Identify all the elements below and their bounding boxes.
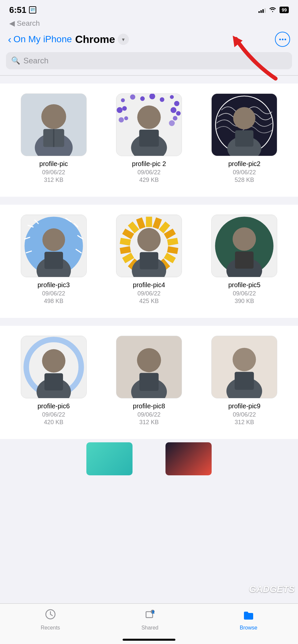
list-item[interactable]: profile-pic9 09/06/22 312 KB bbox=[197, 330, 292, 435]
preview-thumbnail-2 bbox=[165, 442, 212, 475]
svg-rect-74 bbox=[45, 373, 63, 390]
tab-browse[interactable]: Browse bbox=[240, 608, 257, 631]
watermark: GADGETS bbox=[249, 584, 295, 594]
svg-point-13 bbox=[174, 101, 179, 106]
wifi-icon bbox=[269, 6, 276, 14]
dot-icon bbox=[284, 39, 286, 40]
header: ‹ On My iPhone Chrome ▾ bbox=[0, 29, 298, 51]
svg-point-27 bbox=[233, 107, 255, 129]
id-icon: 🪪 bbox=[29, 6, 36, 14]
file-date: 09/06/22 bbox=[233, 411, 256, 418]
list-item[interactable]: profile-pic6 09/06/22 420 KB bbox=[6, 330, 101, 435]
list-item[interactable]: profile-pic2 09/06/22 528 KB bbox=[197, 87, 292, 193]
svg-point-19 bbox=[124, 116, 128, 120]
file-grid-row2: profile-pic3 09/06/22 498 KB bbox=[0, 205, 298, 318]
file-size: 429 KB bbox=[139, 177, 159, 184]
header-left: ‹ On My iPhone Chrome ▾ bbox=[8, 33, 129, 46]
home-indicator bbox=[123, 639, 175, 641]
svg-point-72 bbox=[42, 349, 65, 373]
search-placeholder: Search bbox=[23, 56, 48, 65]
list-item[interactable]: profile-pic8 09/06/22 312 KB bbox=[101, 330, 196, 435]
status-bar: 6:51 🪪 99 bbox=[0, 0, 298, 18]
file-date: 09/06/22 bbox=[42, 411, 65, 418]
file-thumbnail bbox=[211, 93, 277, 156]
file-date: 09/06/22 bbox=[137, 169, 161, 176]
svg-point-17 bbox=[176, 111, 181, 116]
file-name: profile-pic6 bbox=[38, 402, 70, 410]
svg-point-12 bbox=[170, 95, 174, 99]
svg-line-48 bbox=[167, 241, 178, 243]
signal-icon bbox=[258, 7, 266, 13]
svg-point-67 bbox=[233, 227, 256, 251]
svg-line-49 bbox=[167, 249, 178, 251]
svg-rect-82 bbox=[235, 372, 254, 390]
parent-label[interactable]: On My iPhone bbox=[14, 34, 72, 45]
status-indicators: 99 bbox=[258, 6, 289, 14]
back-search-label: ◀ Search bbox=[9, 19, 40, 28]
tab-recents[interactable]: Recents bbox=[41, 608, 60, 631]
file-grid: profile-pic 09/06/22 312 KB bbox=[0, 84, 298, 197]
file-size: 312 KB bbox=[235, 419, 254, 426]
file-thumbnail bbox=[211, 336, 277, 398]
svg-point-2 bbox=[41, 104, 66, 129]
svg-rect-42 bbox=[45, 252, 63, 269]
svg-line-57 bbox=[120, 249, 131, 251]
list-item[interactable]: profile-pic3 09/06/22 498 KB bbox=[6, 209, 101, 314]
nav-back-row: ◀ Search bbox=[0, 18, 298, 29]
file-thumbnail bbox=[116, 215, 182, 277]
svg-point-15 bbox=[122, 106, 127, 111]
search-bar[interactable]: 🔍 Search bbox=[6, 52, 292, 69]
file-date: 09/06/22 bbox=[42, 169, 65, 176]
list-item[interactable]: profile-pic 09/06/22 312 KB bbox=[6, 87, 101, 193]
svg-point-40 bbox=[42, 228, 65, 251]
more-options-button[interactable] bbox=[275, 32, 290, 47]
file-grid-row3: profile-pic6 09/06/22 420 KB profile-pic… bbox=[0, 326, 298, 439]
svg-point-9 bbox=[140, 96, 145, 101]
svg-point-22 bbox=[137, 106, 161, 129]
svg-rect-78 bbox=[139, 373, 159, 391]
file-date: 09/06/22 bbox=[233, 290, 256, 297]
file-name: profile-pic4 bbox=[133, 281, 165, 289]
file-date: 09/06/22 bbox=[137, 290, 161, 297]
file-name: profile-pic8 bbox=[133, 402, 165, 410]
file-size: 420 KB bbox=[44, 419, 63, 426]
file-date: 09/06/22 bbox=[233, 169, 256, 176]
svg-point-10 bbox=[149, 93, 155, 99]
chevron-down-icon: ▾ bbox=[122, 36, 125, 43]
back-button[interactable]: ‹ bbox=[8, 33, 12, 46]
file-thumbnail bbox=[116, 336, 182, 398]
svg-point-76 bbox=[137, 348, 161, 372]
recents-icon bbox=[45, 608, 56, 623]
file-size: 312 KB bbox=[139, 419, 159, 426]
svg-line-45 bbox=[156, 219, 159, 228]
file-size: 390 KB bbox=[235, 298, 254, 305]
svg-point-8 bbox=[130, 94, 135, 100]
row-separator bbox=[0, 197, 298, 205]
svg-rect-69 bbox=[235, 252, 253, 269]
chevron-dropdown-button[interactable]: ▾ bbox=[118, 34, 129, 45]
status-time: 6:51 🪪 bbox=[9, 5, 36, 15]
list-item[interactable]: profile-pic4 09/06/22 425 KB bbox=[101, 209, 196, 314]
row-separator bbox=[0, 318, 298, 326]
svg-rect-64 bbox=[140, 252, 158, 269]
file-thumbnail bbox=[116, 93, 182, 156]
svg-point-21 bbox=[169, 120, 175, 126]
tab-shared[interactable]: 👤 Shared bbox=[141, 608, 159, 631]
list-item[interactable]: profile-pic 2 09/06/22 429 KB bbox=[101, 87, 196, 193]
title-group: Chrome ▾ bbox=[75, 33, 129, 46]
svg-point-80 bbox=[233, 348, 256, 371]
file-date: 09/06/22 bbox=[137, 411, 161, 418]
file-size: 498 KB bbox=[44, 298, 63, 305]
svg-point-18 bbox=[119, 117, 124, 122]
svg-point-11 bbox=[160, 97, 164, 102]
tab-recents-label: Recents bbox=[41, 625, 60, 631]
file-thumbnail bbox=[21, 336, 87, 398]
file-size: 312 KB bbox=[44, 177, 63, 184]
file-thumbnail bbox=[21, 215, 87, 277]
file-name: profile-pic bbox=[39, 160, 68, 168]
search-icon: 🔍 bbox=[11, 56, 20, 65]
list-item[interactable]: profile-pic5 09/06/22 390 KB bbox=[197, 209, 292, 314]
shared-icon: 👤 bbox=[144, 608, 156, 623]
file-thumbnail bbox=[21, 93, 87, 156]
bottom-preview bbox=[0, 439, 298, 492]
